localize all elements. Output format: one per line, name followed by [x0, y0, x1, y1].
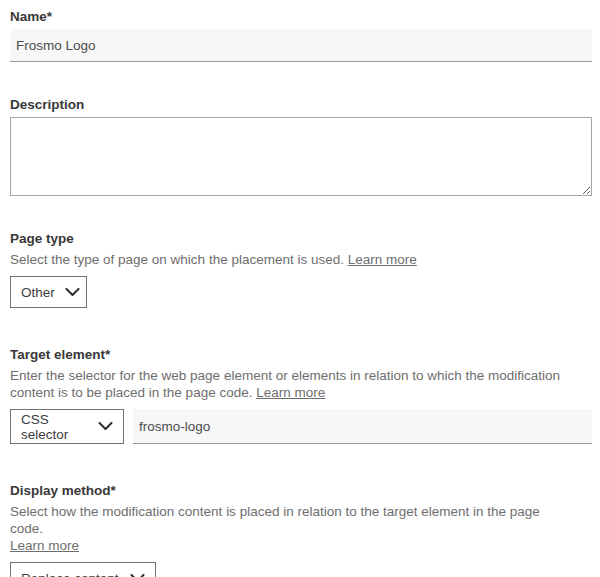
page-type-helper: Select the type of page on which the pla…: [10, 251, 570, 268]
target-element-field-group: Target element* Enter the selector for t…: [10, 346, 592, 444]
selector-type-selected-value: CSS selector: [21, 412, 88, 442]
display-method-select[interactable]: Replace content: [10, 562, 156, 577]
display-method-learn-more-link[interactable]: Learn more: [10, 538, 79, 553]
name-input[interactable]: [10, 29, 592, 62]
page-type-select[interactable]: Other: [10, 276, 87, 308]
target-element-input-row: CSS selector: [10, 409, 592, 444]
chevron-down-icon: [98, 422, 113, 431]
description-label: Description: [10, 96, 592, 113]
display-method-helper: Select how the modification content is p…: [10, 503, 570, 554]
target-element-helper: Enter the selector for the web page elem…: [10, 367, 570, 401]
page-type-selected-value: Other: [21, 285, 55, 300]
description-field-group: Description: [10, 96, 592, 196]
placement-settings-form: Name* Description Page type Select the t…: [0, 0, 600, 577]
target-element-learn-more-link[interactable]: Learn more: [256, 385, 325, 400]
description-textarea[interactable]: [10, 117, 592, 196]
target-element-label: Target element*: [10, 346, 592, 363]
name-label: Name*: [10, 8, 592, 25]
display-method-field-group: Display method* Select how the modificat…: [10, 482, 592, 577]
target-selector-input[interactable]: [133, 409, 592, 444]
name-field-group: Name*: [10, 8, 592, 62]
page-type-helper-text: Select the type of page on which the pla…: [10, 252, 344, 267]
selector-type-select[interactable]: CSS selector: [10, 409, 124, 444]
chevron-down-icon: [65, 288, 80, 297]
page-type-field-group: Page type Select the type of page on whi…: [10, 230, 592, 308]
display-method-selected-value: Replace content: [21, 571, 119, 577]
display-method-label: Display method*: [10, 482, 592, 499]
display-method-helper-text: Select how the modification content is p…: [10, 504, 540, 536]
page-type-label: Page type: [10, 230, 592, 247]
page-type-learn-more-link[interactable]: Learn more: [348, 252, 417, 267]
